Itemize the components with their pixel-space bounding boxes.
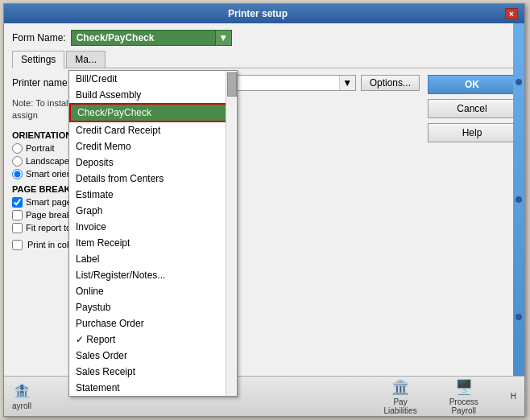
taskbar-h-label: H xyxy=(511,392,516,401)
fit-report-checkbox[interactable] xyxy=(12,223,23,233)
form-name-label: Form Name: xyxy=(12,32,66,43)
dropdown-item-8[interactable]: Graph xyxy=(69,203,237,219)
dropdown-item-16[interactable]: ✓ Report xyxy=(69,331,237,348)
dropdown-item-6[interactable]: Details from Centers xyxy=(69,171,237,187)
taskbar-payroll[interactable]: 🏦 ayroll xyxy=(12,382,31,410)
taskbar-process-payroll[interactable]: 🖥️ Process Payroll xyxy=(449,378,478,415)
form-name-dropdown-arrow: ▼ xyxy=(215,31,231,45)
dropdown-item-2[interactable]: Check/PayCheck xyxy=(69,103,237,122)
printer-name-dropdown-arrow: ▼ xyxy=(339,76,355,90)
side-dot-1 xyxy=(516,79,522,85)
form-name-row: Form Name: Check/PayCheck ▼ xyxy=(12,30,516,46)
taskbar-h[interactable]: H xyxy=(511,392,516,401)
help-button[interactable]: Help xyxy=(428,123,516,142)
dropdown-item-0[interactable]: Bill/Credit xyxy=(69,71,237,87)
side-blue-bar xyxy=(513,23,524,376)
tab-settings[interactable]: Settings xyxy=(12,51,64,68)
taskbar-payroll-label: ayroll xyxy=(12,401,31,410)
pay-liabilities-icon: 🏛️ xyxy=(391,378,409,396)
dropdown-item-10[interactable]: Item Receipt xyxy=(69,235,237,251)
dialog-title: Printer setup xyxy=(10,8,505,19)
dropdown-item-14[interactable]: Paystub xyxy=(69,299,237,315)
print-color-checkbox[interactable] xyxy=(12,240,23,250)
dropdown-item-9[interactable]: Invoice xyxy=(69,219,237,235)
title-bar: Printer setup × xyxy=(4,4,524,23)
dropdown-item-17[interactable]: Sales Order xyxy=(69,348,237,364)
dropdown-item-12[interactable]: List/Register/Notes... xyxy=(69,267,237,283)
taskbar-pay-liabilities-label2: Liabilities xyxy=(384,406,417,415)
dropdown-item-1[interactable]: Build Assembly xyxy=(69,87,237,103)
options-button[interactable]: Options... xyxy=(361,75,420,91)
dropdown-item-7[interactable]: Estimate xyxy=(69,187,237,203)
dialog-body: Form Name: Check/PayCheck ▼ Settings Ma.… xyxy=(4,23,524,257)
tabs-row: Settings Ma... xyxy=(12,51,516,68)
orientation-landscape-radio[interactable] xyxy=(12,156,23,167)
printer-name-label: Printer name: xyxy=(12,77,70,89)
right-panel: OK Cancel Help xyxy=(428,75,516,250)
tab-ma[interactable]: Ma... xyxy=(66,51,106,68)
ok-button[interactable]: OK xyxy=(428,75,516,94)
cancel-button[interactable]: Cancel xyxy=(428,99,516,118)
dropdown-list: Bill/CreditBuild AssemblyCheck/PayCheckC… xyxy=(69,71,237,396)
taskbar-pay-liabilities-label: Pay xyxy=(393,397,407,406)
taskbar-pay-liabilities[interactable]: 🏛️ Pay Liabilities xyxy=(384,378,417,415)
dropdown-item-18[interactable]: Sales Receipt xyxy=(69,364,237,380)
process-payroll-icon: 🖥️ xyxy=(455,378,473,396)
taskbar-process-payroll-label: Process xyxy=(449,397,478,406)
dropdown-item-19[interactable]: Statement xyxy=(69,380,237,396)
form-name-dropdown[interactable]: Check/PayCheck ▼ xyxy=(71,30,232,46)
dropdown-scrollbar[interactable] xyxy=(226,71,237,396)
dropdown-item-5[interactable]: Deposits xyxy=(69,154,237,171)
dropdown-item-15[interactable]: Purchase Order xyxy=(69,315,237,331)
dropdown-item-11[interactable]: Label xyxy=(69,251,237,267)
page-break-checkbox[interactable] xyxy=(12,210,23,220)
side-dot-3 xyxy=(516,314,522,320)
dropdown-item-4[interactable]: Credit Memo xyxy=(69,138,237,154)
orientation-portrait-radio[interactable] xyxy=(12,143,23,154)
scroll-thumb[interactable] xyxy=(227,72,237,97)
smart-page-breaks-checkbox[interactable] xyxy=(12,197,23,208)
printer-setup-dialog: Printer setup × Form Name: Check/PayChec… xyxy=(3,3,525,417)
dropdown-item-3[interactable]: Credit Card Receipt xyxy=(69,122,237,138)
dropdown-item-13[interactable]: Online xyxy=(69,283,237,299)
orientation-smart-radio[interactable] xyxy=(12,169,23,179)
close-button[interactable]: × xyxy=(505,8,518,19)
payroll-icon: 🏦 xyxy=(13,382,31,400)
taskbar-process-payroll-label2: Payroll xyxy=(451,406,476,415)
form-name-dropdown-menu: Bill/CreditBuild AssemblyCheck/PayCheckC… xyxy=(68,70,238,397)
side-dot-2 xyxy=(516,196,522,203)
form-name-select-container: Check/PayCheck ▼ xyxy=(71,30,232,46)
